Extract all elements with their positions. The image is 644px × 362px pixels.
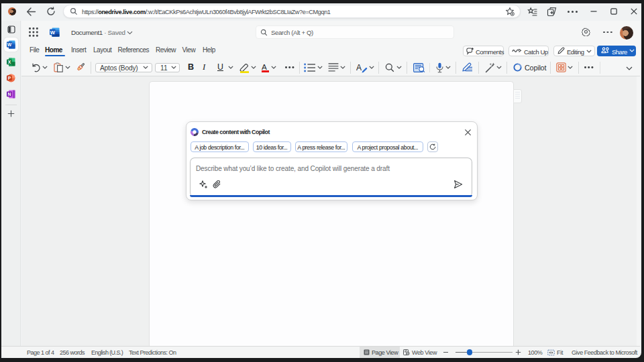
svg-text:X: X — [8, 60, 11, 64]
svg-text:N: N — [7, 92, 11, 97]
svg-text:A: A — [356, 62, 362, 72]
svg-text:P: P — [8, 76, 11, 80]
svg-text:W: W — [7, 42, 12, 47]
svg-text:W: W — [50, 29, 56, 36]
